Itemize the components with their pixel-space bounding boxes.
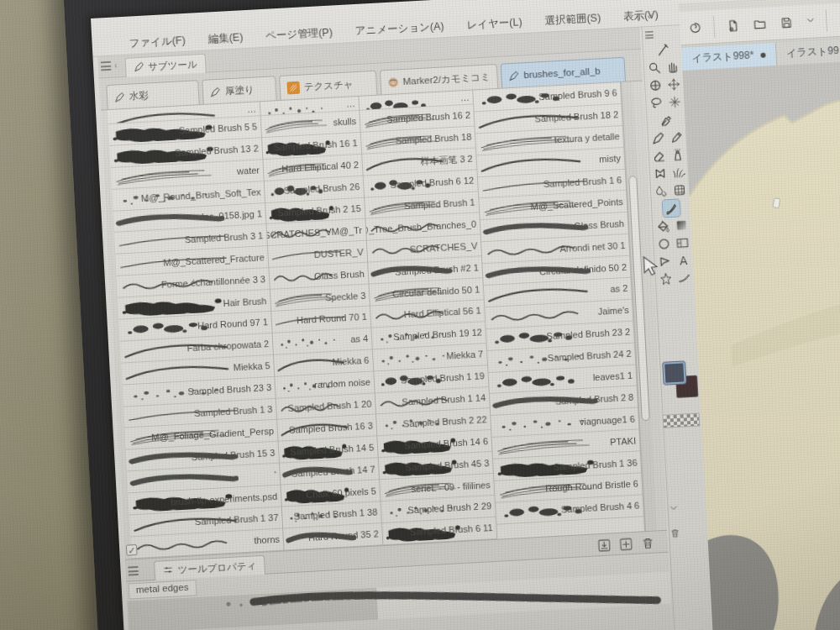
tool-row — [658, 112, 675, 129]
sliders-icon — [162, 564, 174, 578]
delete-subtool-icon[interactable] — [639, 535, 656, 552]
transparent-color-swatch[interactable] — [663, 413, 701, 428]
trash-icon[interactable] — [669, 527, 681, 543]
tool-row — [654, 234, 690, 253]
pen-icon — [210, 86, 222, 97]
eyedropper-tool-icon[interactable] — [658, 112, 675, 129]
move-tool-icon[interactable] — [664, 76, 682, 93]
chevron-down-icon[interactable] — [805, 13, 816, 29]
subtool-checkbox[interactable]: ✓ — [126, 544, 138, 556]
frame-tool-icon[interactable] — [673, 234, 690, 252]
separator-glyph: ‖ — [637, 12, 641, 22]
svg-text:A: A — [679, 255, 687, 267]
tool-row — [646, 76, 682, 94]
grass-tool-icon[interactable] — [669, 164, 687, 181]
tool-row — [662, 199, 680, 217]
modified-dot-icon — [760, 52, 765, 57]
airbrush-tool-icon[interactable] — [669, 146, 686, 164]
pen-icon — [508, 70, 520, 81]
selected-subtool-name[interactable]: metal edges — [128, 580, 197, 599]
text-tool-icon[interactable]: A — [675, 252, 692, 270]
brush-column-4: Sampled Brush 9 6Sampled Brush 18 2textu… — [473, 82, 645, 539]
collapse-icon[interactable]: « — [647, 11, 653, 21]
tool-row — [654, 217, 690, 235]
chevron-down-icon[interactable] — [668, 501, 680, 517]
clip-studio-logo-icon[interactable] — [686, 18, 704, 36]
color-swatches — [663, 361, 699, 412]
brush-tool-icon[interactable] — [662, 199, 680, 217]
liner-tool-icon[interactable] — [675, 270, 693, 287]
new-document-icon[interactable] — [724, 17, 742, 34]
menu-item[interactable]: 編集(E) — [207, 30, 244, 46]
pen-top-tool-icon[interactable] — [654, 41, 671, 59]
save-icon[interactable] — [778, 13, 795, 31]
avatar — [387, 76, 399, 88]
divider — [713, 15, 715, 37]
gradient-tool-icon[interactable] — [672, 217, 690, 234]
brush-tab-1[interactable]: 水彩 — [106, 80, 199, 109]
decoration-tool-icon[interactable] — [651, 165, 669, 182]
pen-tool-icon[interactable] — [649, 129, 667, 147]
tool-row — [651, 164, 687, 182]
tool-row — [645, 58, 681, 76]
menu-item[interactable]: 選択範囲(S) — [544, 11, 601, 29]
zoom-tool-icon[interactable] — [645, 59, 663, 76]
mouse-cursor — [642, 255, 661, 278]
tool-row — [657, 270, 693, 288]
palette-menu-icon[interactable] — [645, 31, 654, 39]
menu-item[interactable]: アニメーション(A) — [354, 19, 444, 39]
brush-column-1: …Sampled Brush 5 5Sampled Brush 13 2wate… — [108, 102, 285, 559]
texture-icon — [286, 81, 300, 94]
foreground-color-swatch[interactable] — [663, 361, 685, 384]
tool-row — [650, 146, 686, 165]
hand-tool-icon[interactable] — [664, 58, 681, 76]
tool-row — [652, 181, 688, 200]
wand-tool-icon[interactable] — [665, 93, 683, 111]
blend-tool-icon[interactable] — [652, 182, 669, 200]
open-folder-icon[interactable] — [751, 15, 769, 33]
brush-tab-2[interactable]: 厚塗り — [202, 76, 276, 104]
subtool-palette: ‹ サブツール 水彩厚塗りテクスチャMarker2/カモミコミbrushes_f… — [97, 28, 666, 559]
tool-row — [654, 41, 671, 59]
undo-icon[interactable] — [837, 10, 840, 28]
photo-of-screen: ファイル(F)編集(E)ページ管理(P)アニメーション(A)レイヤー(L)選択範… — [0, 0, 840, 630]
operation-tool-icon[interactable] — [646, 76, 664, 94]
menu-item[interactable]: ページ管理(P) — [265, 25, 333, 43]
panel-collapse-controls[interactable]: ‖ « — [636, 5, 653, 28]
tool-row — [647, 93, 683, 112]
palette-menu-icon[interactable] — [128, 566, 139, 576]
tool-row — [649, 129, 685, 147]
document-tab[interactable]: イラスト99 — [776, 39, 840, 66]
tab-scroll-left-icon[interactable]: ‹ — [114, 60, 118, 70]
add-subtool-icon[interactable] — [617, 536, 634, 553]
menu-item[interactable]: ファイル(F) — [129, 34, 186, 51]
import-subtool-icon[interactable] — [596, 537, 612, 554]
pen-icon — [134, 60, 145, 74]
palette-menu-icon[interactable] — [101, 61, 112, 71]
pen-icon — [114, 91, 126, 102]
divider — [826, 9, 827, 31]
clip-studio-paint-window: ファイル(F)編集(E)ページ管理(P)アニメーション(A)レイヤー(L)選択範… — [91, 0, 840, 630]
lasso-tool-icon[interactable] — [647, 94, 664, 112]
ellipse-tool-icon[interactable] — [654, 235, 672, 253]
fill-tool-icon[interactable] — [654, 218, 671, 235]
pencil-tool-icon[interactable] — [668, 129, 685, 146]
eraser-tool-icon[interactable] — [650, 147, 668, 165]
mesh-tool-icon[interactable] — [670, 181, 688, 199]
brush-grid: …Sampled Brush 5 5Sampled Brush 13 2wate… — [108, 82, 645, 559]
menu-item[interactable]: レイヤー(L) — [466, 15, 522, 33]
